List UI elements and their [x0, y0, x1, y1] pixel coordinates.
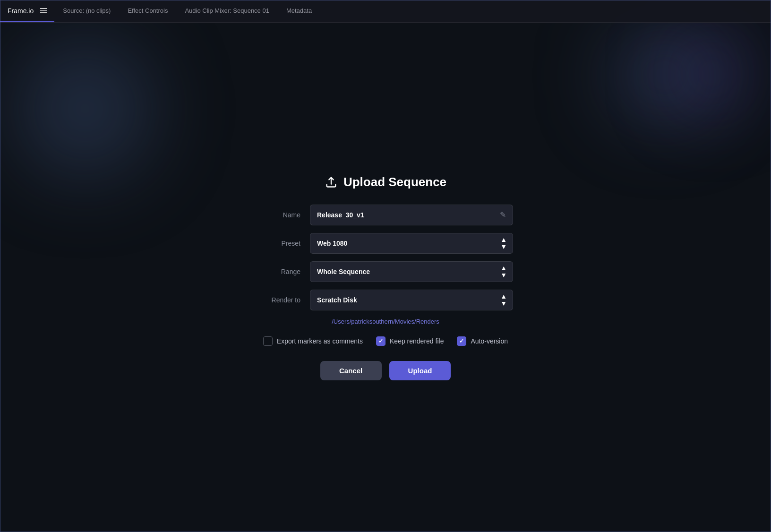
upload-sequence-icon — [325, 175, 338, 189]
name-field-wrapper: ✎ — [310, 205, 513, 225]
name-input[interactable] — [317, 211, 500, 219]
checkbox-keep-rendered[interactable]: Keep rendered file — [376, 336, 444, 346]
preset-arrows: ▲ ▼ — [500, 236, 507, 250]
tab-metadata[interactable]: Metadata — [278, 0, 320, 22]
range-value: Whole Sequence — [317, 268, 500, 275]
label-render-to: Render to — [258, 296, 310, 304]
upload-button[interactable]: Upload — [389, 361, 451, 380]
dialog-title: Upload Sequence — [343, 175, 446, 189]
form-row-range: Range Whole Sequence ▲ ▼ — [258, 261, 513, 282]
label-name: Name — [258, 211, 310, 219]
render-path-link[interactable]: /Users/patricksouthern/Movies/Renders — [332, 318, 439, 325]
checkbox-label-keep-rendered: Keep rendered file — [390, 337, 444, 345]
checkbox-box-export-markers[interactable] — [263, 336, 273, 346]
dialog-title-row: Upload Sequence — [325, 175, 446, 189]
label-range: Range — [258, 268, 310, 275]
cancel-button[interactable]: Cancel — [320, 361, 382, 380]
range-field-wrapper: Whole Sequence ▲ ▼ — [310, 261, 513, 282]
checkbox-label-export-markers: Export markers as comments — [277, 337, 363, 345]
frameio-label: Frame.io — [8, 7, 34, 15]
preset-value: Web 1080 — [317, 240, 500, 247]
preset-select[interactable]: Web 1080 ▲ ▼ — [310, 233, 513, 254]
render-to-arrows: ▲ ▼ — [500, 293, 507, 307]
checkbox-box-keep-rendered[interactable] — [376, 336, 386, 346]
dialog-card: Upload Sequence Name ✎ Preset Web — [258, 175, 513, 380]
main-content: Upload Sequence Name ✎ Preset Web — [0, 23, 771, 532]
form-row-preset: Preset Web 1080 ▲ ▼ — [258, 233, 513, 254]
range-arrows: ▲ ▼ — [500, 265, 507, 278]
tab-frameio[interactable]: Frame.io — [0, 0, 54, 22]
checkbox-label-auto-version: Auto-version — [471, 337, 508, 345]
edit-icon[interactable]: ✎ — [500, 210, 506, 219]
tab-source[interactable]: Source: (no clips) — [54, 0, 119, 22]
form-row-render-to: Render to Scratch Disk ▲ ▼ — [258, 290, 513, 310]
tab-audio-clip-mixer[interactable]: Audio Clip Mixer: Sequence 01 — [176, 0, 278, 22]
label-preset: Preset — [258, 240, 310, 247]
hamburger-icon[interactable] — [40, 8, 47, 13]
render-to-value: Scratch Disk — [317, 296, 500, 304]
tab-effect-controls[interactable]: Effect Controls — [119, 0, 176, 22]
button-row: Cancel Upload — [320, 361, 451, 380]
preset-field-wrapper: Web 1080 ▲ ▼ — [310, 233, 513, 254]
form-container: Name ✎ Preset Web 1080 ▲ ▼ — [258, 205, 513, 318]
checkbox-row: Export markers as comments Keep rendered… — [258, 336, 513, 346]
tab-bar: Frame.io Source: (no clips) Effect Contr… — [0, 0, 771, 23]
render-to-select[interactable]: Scratch Disk ▲ ▼ — [310, 290, 513, 310]
render-to-field-wrapper: Scratch Disk ▲ ▼ — [310, 290, 513, 310]
name-input-container[interactable]: ✎ — [310, 205, 513, 225]
form-row-name: Name ✎ — [258, 205, 513, 225]
checkbox-export-markers[interactable]: Export markers as comments — [263, 336, 363, 346]
checkbox-auto-version[interactable]: Auto-version — [457, 336, 508, 346]
checkbox-box-auto-version[interactable] — [457, 336, 466, 346]
range-select[interactable]: Whole Sequence ▲ ▼ — [310, 261, 513, 282]
